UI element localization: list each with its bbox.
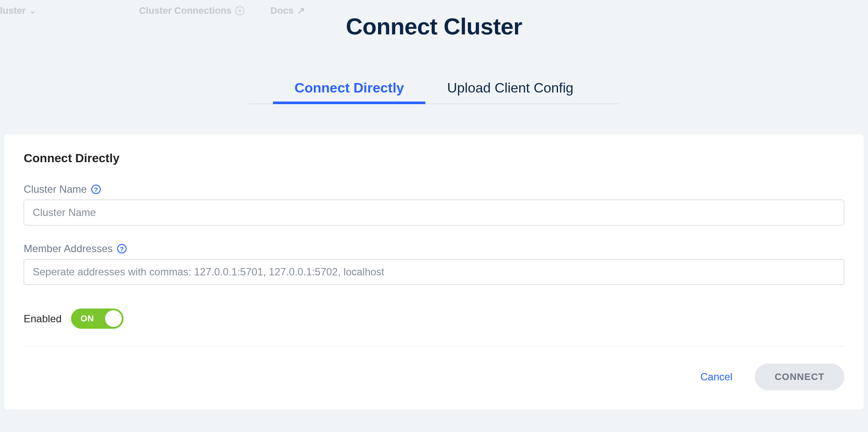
background-nav: luster ⌄ Cluster Connections + Docs ↗ [0, 2, 331, 19]
cluster-name-label: Cluster Name [24, 183, 87, 195]
toggle-state-text: ON [81, 314, 94, 324]
chevron-down-icon: ⌄ [29, 6, 36, 15]
tabs: Connect Directly Upload Client Config [249, 74, 619, 104]
cluster-name-input[interactable] [24, 200, 844, 225]
tab-connect-directly[interactable]: Connect Directly [273, 74, 425, 104]
divider [24, 346, 844, 346]
panel-heading: Connect Directly [24, 151, 844, 165]
cancel-button[interactable]: Cancel [695, 367, 738, 387]
bg-nav-item-1: luster [0, 5, 26, 16]
tab-upload-client-config[interactable]: Upload Client Config [425, 74, 595, 104]
enabled-label: Enabled [24, 313, 62, 325]
external-link-icon: ↗ [297, 5, 305, 16]
toggle-knob [105, 310, 122, 327]
connect-button[interactable]: CONNECT [755, 364, 844, 390]
bg-nav-item-2: Cluster Connections [139, 5, 232, 16]
enabled-toggle[interactable]: ON [71, 309, 124, 329]
help-icon[interactable]: ? [117, 244, 127, 253]
help-icon[interactable]: ? [91, 185, 101, 194]
connect-directly-panel: Connect Directly Cluster Name ? Member A… [4, 134, 864, 410]
plus-circle-icon: + [235, 6, 245, 15]
member-addresses-input[interactable] [24, 259, 844, 285]
member-addresses-label: Member Addresses [24, 243, 113, 255]
bg-nav-item-3: Docs [270, 5, 294, 16]
